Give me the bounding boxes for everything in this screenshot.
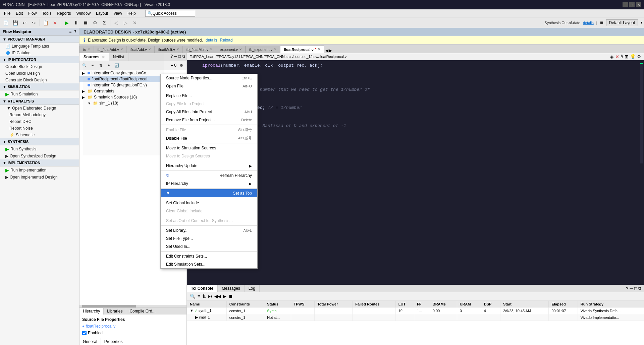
ctx-open-file[interactable]: Open File Alt+O (161, 82, 257, 90)
tb-btn-a[interactable]: ◁ (112, 18, 120, 27)
ctx-shortcut: Alt+增号 (238, 127, 252, 132)
ctx-separator (161, 216, 257, 216)
menu-flow[interactable]: Flow (25, 10, 39, 16)
menu-layout[interactable]: Layout (93, 10, 111, 16)
ctx-move-sim[interactable]: Move to Simulation Sources (161, 144, 257, 152)
ctx-edit-constraints[interactable]: Edit Constraints Sets... (161, 252, 257, 260)
ctx-shortcut: Delete (241, 118, 252, 122)
settings-button[interactable]: ⚙ (91, 18, 99, 27)
layout-dropdown-icon[interactable]: ▾ (641, 20, 643, 25)
ctx-label: Edit Simulation Sets... (166, 262, 205, 267)
app-title: FPGA_CNN - [E:/FPGA_Learn/FPGA/Day1211/F… (3, 2, 170, 7)
toolbar-separator (40, 19, 40, 26)
ctx-remove-file[interactable]: Remove File from Project... Delete (161, 116, 257, 124)
ctx-label: Hierarchy Update (166, 163, 197, 168)
ctx-shortcut: Alt+O (243, 84, 252, 88)
synthesis-status: Synthesis Out-of-date (545, 21, 580, 25)
tb-btn-c[interactable]: ✕ (130, 18, 139, 27)
ctx-hierarchy-update[interactable]: Hierarchy Update ▶ (161, 162, 257, 170)
ctx-separator (161, 225, 257, 226)
toolbar-separator-2 (61, 19, 61, 26)
ctx-shortcut: Alt+减号 (238, 136, 252, 141)
ctx-label: Move to Simulation Sources (166, 146, 216, 150)
ctx-set-file-type[interactable]: Set File Type... (161, 234, 257, 243)
menu-help[interactable]: Help (125, 10, 139, 16)
ctx-separator (161, 125, 257, 125)
ctx-label: Disable File (166, 136, 187, 141)
ctx-set-library[interactable]: Set Library... Alt+L (161, 226, 257, 234)
copy-button[interactable]: 📋 (41, 18, 50, 27)
delete-button[interactable]: ✕ (51, 18, 59, 27)
undo-button[interactable]: ↩ (20, 18, 29, 27)
run-button[interactable]: ▶ (62, 18, 71, 27)
main-toolbar: 📄 💾 ↩ ↪ 📋 ✕ ▶ ⏸ ⏹ ⚙ Σ ◁ ▷ ✕ Synthesis Ou… (0, 17, 644, 28)
ctx-separator (161, 143, 257, 143)
ctx-label: Set as Top (233, 191, 252, 196)
ctx-arrow-icon: ▶ (249, 182, 252, 186)
ctx-separator (161, 251, 257, 252)
menu-tools[interactable]: Tools (39, 10, 54, 16)
ctx-arrow-icon: ▶ (249, 164, 252, 168)
new-file-button[interactable]: 📄 (1, 18, 10, 27)
ctx-source-node-props[interactable]: Source Node Properties... Ctrl+E (161, 74, 257, 82)
ctx-label: Remove File from Project... (166, 118, 215, 122)
ctx-set-used-in[interactable]: Set Used In... (161, 243, 257, 251)
ctx-label: Set Used In... (166, 244, 191, 249)
menu-edit[interactable]: Edit (13, 10, 25, 16)
redo-button[interactable]: ↪ (30, 18, 38, 27)
ctx-copy-all-files[interactable]: Copy All Files Into Project Alt+I (161, 108, 257, 116)
ctx-separator (161, 161, 257, 161)
maximize-button[interactable]: □ (629, 2, 635, 7)
ctx-label: Copy All Files Into Project (166, 110, 212, 114)
ctx-label: Set File Type... (166, 236, 193, 241)
ctx-copy-file-project: Copy File Into Project (161, 100, 257, 108)
ctx-label: Set Global Include (166, 201, 199, 205)
ctx-set-as-top[interactable]: ⚑ Set as Top (161, 189, 257, 197)
search-icon: 🔍 (148, 11, 153, 16)
context-menu-overlay (0, 28, 644, 345)
close-button[interactable]: ✕ (636, 2, 641, 7)
ctx-separator (161, 170, 257, 171)
ctx-label: Move to Design Sources (166, 154, 210, 158)
toolbar-separator-3 (110, 19, 110, 26)
toolbar-right: Synthesis Out-of-date details | ☰ Defaul… (545, 19, 643, 26)
quick-access-bar[interactable]: 🔍 (145, 10, 195, 17)
tb-btn-b[interactable]: ▷ (121, 18, 130, 27)
ctx-label: Clear Global Include (166, 209, 203, 213)
context-menu: Source Node Properties... Ctrl+E Open Fi… (160, 74, 258, 269)
synthesis-details-link[interactable]: details (583, 21, 594, 25)
ctx-set-out-of-context: Set as Out-of-Context for Synthesis... (161, 217, 257, 225)
default-layout-button[interactable]: Default Layout (606, 19, 638, 26)
title-bar: FPGA_CNN - [E:/FPGA_Learn/FPGA/Day1211/F… (0, 0, 644, 9)
ctx-separator (161, 188, 257, 189)
menu-file[interactable]: File (1, 10, 13, 16)
ctx-set-global-include[interactable]: Set Global Include (161, 199, 257, 207)
default-layout-icon: ☰ (600, 20, 603, 25)
quick-access-input[interactable] (153, 11, 193, 16)
window-controls: ─ □ ✕ (623, 2, 641, 7)
step-button[interactable]: ⏸ (72, 18, 80, 27)
ctx-ip-hierarchy[interactable]: IP Hierarchy ▶ (161, 180, 257, 188)
menu-bar: File Edit Flow Tools Reports Window Layo… (0, 9, 644, 17)
ctx-label: Set Library... (166, 228, 189, 233)
sum-button[interactable]: Σ (100, 18, 109, 27)
ctx-label: Open File (166, 84, 183, 88)
ctx-edit-sim-sets[interactable]: Edit Simulation Sets... (161, 260, 257, 268)
ctx-label: Refresh Hierarchy (219, 173, 252, 178)
menu-reports[interactable]: Reports (54, 10, 73, 16)
save-button[interactable]: 💾 (11, 18, 19, 27)
ctx-shortcut: Alt+I (245, 110, 252, 114)
ctx-shortcut: Alt+L (244, 228, 252, 232)
ctx-shortcut: Ctrl+E (241, 76, 252, 80)
ctx-refresh-hierarchy[interactable]: ↻ Refresh Hierarchy (161, 171, 257, 180)
ctx-label: Enable File (166, 128, 186, 132)
minimize-button[interactable]: ─ (623, 2, 628, 7)
ctx-disable-file[interactable]: Disable File Alt+减号 (161, 134, 257, 142)
ctx-label: Replace File... (166, 93, 192, 98)
source-panel-context-area (83, 28, 164, 155)
ctx-replace-file[interactable]: Replace File... (161, 92, 257, 100)
menu-window[interactable]: Window (73, 10, 93, 16)
toolbar-separator-right: | (596, 21, 597, 25)
stop-button[interactable]: ⏹ (81, 18, 90, 27)
menu-view[interactable]: View (111, 10, 125, 16)
